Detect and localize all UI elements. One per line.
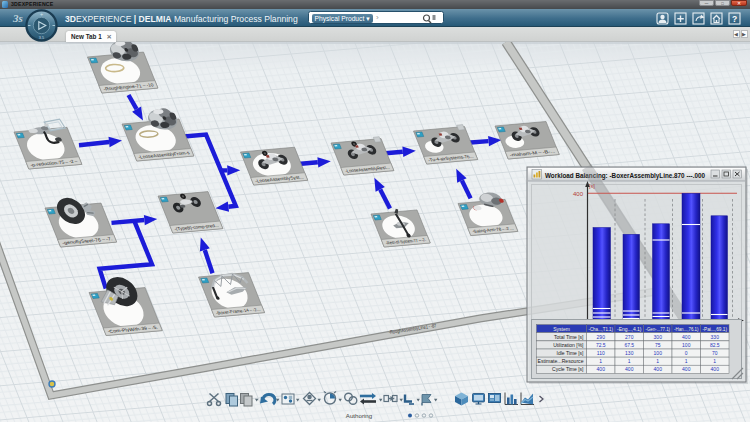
svg-text:System: System <box>553 326 570 332</box>
svg-text:-Gen-...77.1): -Gen-...77.1) <box>646 326 671 332</box>
svg-text:400: 400 <box>682 334 691 340</box>
svg-text:400: 400 <box>625 366 634 372</box>
svg-text:+: + <box>40 11 43 17</box>
svg-text:Idle Time [s]: Idle Time [s] <box>557 350 585 356</box>
svg-text:Authoring: Authoring <box>346 412 373 419</box>
svg-text:270: 270 <box>625 334 634 340</box>
svg-text:1: 1 <box>599 358 602 364</box>
svg-text:-Pai...,69.1): -Pai...,69.1) <box>703 326 728 332</box>
svg-text:100: 100 <box>654 350 663 356</box>
svg-text:-Han...,76.1): -Han...,76.1) <box>674 326 699 332</box>
svg-text:400: 400 <box>573 191 584 197</box>
svg-text:300: 300 <box>654 334 663 340</box>
svg-text:Utilization [%]: Utilization [%] <box>553 342 584 348</box>
svg-text:3.5: 3.5 <box>39 36 44 40</box>
svg-text:1: 1 <box>656 358 659 364</box>
svg-text:400: 400 <box>711 366 720 372</box>
svg-text:290: 290 <box>597 334 606 340</box>
svg-text:-Cha...,T1.1): -Cha...,T1.1) <box>589 326 614 332</box>
svg-text:1: 1 <box>628 358 631 364</box>
svg-text:Estimate...Resource: Estimate...Resource <box>538 358 584 364</box>
svg-text:1: 1 <box>685 358 688 364</box>
svg-text:1: 1 <box>713 358 716 364</box>
svg-text:0: 0 <box>685 350 688 356</box>
svg-text:?: ? <box>732 14 737 24</box>
svg-text:Total Time [s]: Total Time [s] <box>554 334 584 340</box>
svg-text:Cycle Time [s]: Cycle Time [s] <box>552 366 584 372</box>
svg-text:330: 330 <box>711 334 720 340</box>
svg-text:130: 130 <box>625 350 634 356</box>
svg-text:70: 70 <box>712 350 718 356</box>
svg-text:400: 400 <box>654 366 663 372</box>
svg-text:-Eng...,4.1): -Eng...,4.1) <box>617 326 642 332</box>
svg-text:[s]: [s] <box>589 183 595 189</box>
svg-text:400: 400 <box>682 366 691 372</box>
svg-text:75: 75 <box>655 342 661 348</box>
svg-text:400: 400 <box>597 366 606 372</box>
svg-text:110: 110 <box>597 350 605 356</box>
svg-text:67.5: 67.5 <box>624 342 634 348</box>
svg-text:82.5: 82.5 <box>710 342 720 348</box>
svg-text:72.5: 72.5 <box>596 342 606 348</box>
svg-text:100: 100 <box>682 342 691 348</box>
svg-text:Workload Balancing: -BoxerAss: Workload Balancing: -BoxerAssemblyLine.8… <box>545 171 705 180</box>
